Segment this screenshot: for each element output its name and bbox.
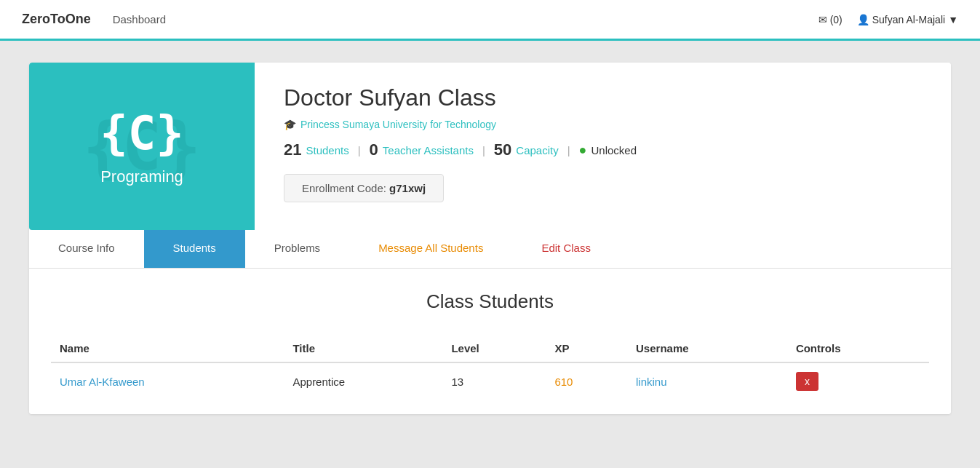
course-card: {C} {C} Programing Doctor Sufyan Class 🎓… — [29, 63, 951, 230]
tab-message-all-students[interactable]: Message All Students — [349, 230, 512, 268]
ta-count: 0 — [370, 140, 378, 159]
student-xp-value: 610 — [554, 376, 573, 388]
table-body: Umar Al-Kfaween Apprentice 13 610 linkin… — [51, 362, 929, 400]
course-name: Doctor Sufyan Class — [284, 84, 922, 111]
chevron-down-icon: ▼ — [948, 14, 958, 25]
enrollment-prefix: Enrollment Code: — [302, 182, 386, 194]
course-info-section: Doctor Sufyan Class 🎓 Princess Sumaya Un… — [255, 63, 951, 230]
enrollment-code-box: Enrollment Code: g71xwj — [284, 174, 444, 202]
col-title: Title — [284, 335, 442, 362]
col-controls: Controls — [787, 335, 929, 362]
graduation-icon: 🎓 — [284, 119, 296, 130]
capacity-label: Capacity — [516, 144, 558, 156]
navbar-brand[interactable]: ZeroToOne — [22, 12, 91, 27]
col-name: Name — [51, 335, 284, 362]
course-code-icon: {C} — [100, 106, 184, 160]
main-content: {C} {C} Programing Doctor Sufyan Class 🎓… — [0, 41, 980, 436]
student-username: linkinu — [627, 362, 787, 400]
student-title: Apprentice — [284, 362, 442, 400]
students-label: Students — [306, 144, 348, 156]
tab-students[interactable]: Students — [144, 230, 245, 268]
capacity-count: 50 — [494, 140, 511, 159]
students-table: Name Title Level XP Username Controls Um… — [51, 335, 929, 400]
course-stats: 21 Students | 0 Teacher Assistants | 50 … — [284, 140, 922, 159]
status-dot-icon: ● — [579, 143, 587, 158]
course-image: {C} {C} Programing — [29, 63, 255, 230]
student-xp: 610 — [546, 362, 627, 400]
student-username-link[interactable]: linkinu — [636, 376, 667, 388]
tab-course-info[interactable]: Course Info — [29, 230, 144, 268]
students-section-title: Class Students — [51, 290, 929, 313]
tab-problems[interactable]: Problems — [245, 230, 349, 268]
course-image-subtitle: Programing — [100, 167, 183, 186]
navbar-user-menu[interactable]: 👤 Sufyan Al-Majali ▼ — [857, 14, 958, 25]
students-count: 21 — [284, 140, 301, 159]
student-name-link[interactable]: Umar Al-Kfaween — [60, 376, 145, 388]
table-header-row: Name Title Level XP Username Controls — [51, 335, 929, 362]
col-xp: XP — [546, 335, 627, 362]
student-controls: x — [787, 362, 929, 400]
navbar-left: ZeroToOne Dashboard — [22, 12, 166, 27]
navbar-dashboard-link[interactable]: Dashboard — [113, 13, 166, 25]
course-card-wrapper: {C} {C} Programing Doctor Sufyan Class 🎓… — [29, 63, 951, 414]
student-name: Umar Al-Kfaween — [51, 362, 284, 400]
tabs-bar: Course Info Students Problems Message Al… — [29, 230, 951, 269]
table-header: Name Title Level XP Username Controls — [51, 335, 929, 362]
course-university: 🎓 Princess Sumaya University for Technol… — [284, 119, 922, 130]
status-badge: Unlocked — [591, 144, 637, 156]
navbar-right: ✉ (0) 👤 Sufyan Al-Majali ▼ — [818, 14, 958, 25]
navbar: ZeroToOne Dashboard ✉ (0) 👤 Sufyan Al-Ma… — [0, 0, 980, 41]
col-level: Level — [442, 335, 546, 362]
user-icon: 👤 — [857, 14, 869, 25]
col-username: Username — [627, 335, 787, 362]
table-row: Umar Al-Kfaween Apprentice 13 610 linkin… — [51, 362, 929, 400]
enrollment-code: g71xwj — [389, 182, 426, 194]
students-panel: Class Students Name Title Level XP Usern… — [29, 269, 951, 414]
student-level: 13 — [442, 362, 546, 400]
tab-edit-class[interactable]: Edit Class — [512, 230, 620, 268]
ta-label: Teacher Assistants — [383, 144, 474, 156]
mail-icon: ✉ — [818, 14, 827, 25]
remove-student-button[interactable]: x — [796, 372, 818, 391]
navbar-notifications[interactable]: ✉ (0) — [818, 14, 842, 25]
